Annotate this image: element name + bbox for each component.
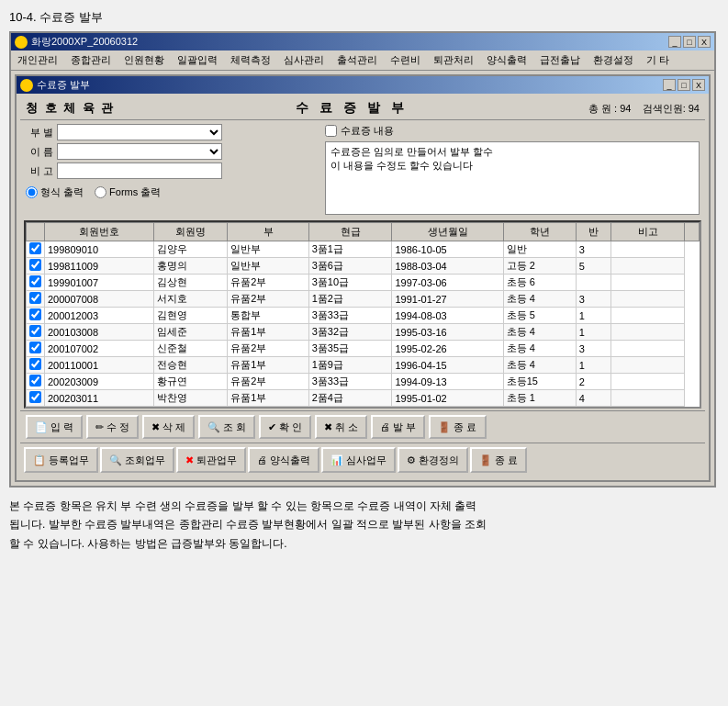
row-checkbox-cell[interactable] (27, 324, 45, 341)
row-checkbox-cell[interactable] (27, 341, 45, 357)
menu-exam[interactable]: 심사관리 (281, 52, 327, 68)
content-checkbox[interactable] (325, 125, 337, 137)
row-checkbox[interactable] (29, 275, 41, 287)
search-value: 94 (689, 103, 700, 114)
data-table: 회원번호 회원명 부 현급 생년월일 학년 반 비고 19980 (26, 222, 700, 409)
row-note (611, 374, 685, 390)
row-checkbox[interactable] (29, 358, 41, 370)
row-checkbox[interactable] (29, 375, 41, 387)
name-select[interactable] (57, 143, 222, 160)
dept-select[interactable] (57, 124, 222, 140)
edit-button[interactable]: ✏ 수 정 (86, 415, 139, 439)
table-header: 회원번호 회원명 부 현급 생년월일 학년 반 비고 (27, 223, 700, 241)
row-birth: 1986-10-05 (392, 241, 503, 258)
note-input[interactable] (57, 162, 222, 179)
row-checkbox[interactable] (29, 408, 41, 409)
radio-forms-label[interactable]: Forms 출력 (95, 185, 161, 199)
row-checkbox[interactable] (29, 292, 41, 304)
row-birth: 1995-02-26 (392, 341, 503, 357)
input-button[interactable]: 📄 입 력 (26, 415, 83, 439)
info-line2: 이 내용을 수정도 할수 있습니다 (330, 159, 694, 173)
menu-personnel[interactable]: 인원현황 (121, 52, 167, 68)
leave-btn[interactable]: ✖ 퇴관업무 (176, 447, 246, 473)
row-note (611, 390, 685, 407)
col-id: 회원번호 (45, 223, 154, 241)
inner-content: 청 호 체 육 관 수 료 증 발 부 총 원 : 94 검색인원: 94 부 … (17, 94, 709, 480)
row-checkbox-cell[interactable] (27, 390, 45, 407)
row-id: 200203009 (45, 374, 154, 390)
row-checkbox[interactable] (29, 259, 41, 271)
menu-fee[interactable]: 수련비 (387, 52, 423, 68)
quit-btn[interactable]: 🚪 종 료 (470, 447, 527, 473)
search-label: 검색인원: (643, 103, 686, 114)
inner-app-icon (20, 79, 33, 92)
row-checkbox[interactable] (29, 325, 41, 337)
row-class: 4 (576, 390, 610, 407)
menu-leave[interactable]: 퇴관처리 (431, 52, 476, 68)
form-title: 수 료 증 발 부 (115, 100, 588, 117)
row-checkbox-cell[interactable] (27, 357, 45, 374)
confirm-button[interactable]: ✔ 확 인 (259, 415, 311, 439)
env-btn[interactable]: ⚙ 환경정의 (398, 447, 468, 473)
col-grade: 현급 (308, 223, 392, 241)
form-print-btn[interactable]: 🖨 양식출력 (248, 447, 319, 473)
row-checkbox-cell[interactable] (27, 275, 45, 291)
output-options: 형식 출력 Forms 출력 (26, 185, 319, 199)
total-value: 94 (620, 103, 631, 114)
table-row: 200103008 임세준 유품1부 3품32급 1995-03-16 초등 4… (27, 324, 700, 341)
confirm-icon: ✔ (268, 421, 276, 433)
exam-btn[interactable]: 📊 심사업무 (321, 447, 396, 473)
menu-cash[interactable]: 급전출납 (537, 52, 583, 68)
radio-format[interactable] (26, 186, 38, 198)
inner-maximize-button[interactable]: □ (678, 79, 690, 91)
table-body: 199809010 김양우 일반부 3품1급 1986-10-05 일반 3 1… (27, 241, 700, 409)
radio-format-label[interactable]: 형식 출력 (26, 185, 84, 199)
menu-fitness[interactable]: 체력측정 (228, 52, 274, 68)
row-grade: 1품2급 (308, 291, 392, 308)
cancel-label: 취 소 (335, 420, 358, 434)
menu-attendance[interactable]: 출석관리 (334, 52, 380, 68)
register-btn[interactable]: 📋 등록업무 (24, 447, 98, 473)
row-level: 초등 4 (503, 357, 576, 374)
issue-button[interactable]: 🖨 발 부 (371, 415, 425, 439)
minimize-button[interactable]: _ (668, 36, 681, 48)
inner-close-button[interactable]: X (692, 79, 705, 91)
row-checkbox[interactable] (29, 342, 41, 353)
row-id: 200203020 (45, 407, 154, 409)
menu-settings[interactable]: 환경설정 (590, 52, 636, 68)
row-name: 정은영 (153, 407, 227, 409)
row-birth: 1994-08-03 (392, 308, 503, 324)
row-checkbox[interactable] (29, 308, 41, 320)
row-checkbox-cell[interactable] (27, 374, 45, 390)
row-note (611, 291, 685, 308)
menu-etc[interactable]: 기 타 (644, 52, 672, 68)
inner-minimize-button[interactable]: _ (663, 79, 676, 91)
close-button[interactable]: X (698, 36, 711, 48)
row-checkbox[interactable] (29, 242, 41, 254)
cancel-button[interactable]: ✖ 취 소 (315, 415, 367, 439)
delete-button[interactable]: ✖ 삭 제 (142, 415, 195, 439)
menu-general[interactable]: 종합관리 (68, 52, 114, 68)
exit-button[interactable]: 🚪 종 료 (429, 415, 486, 439)
row-class (576, 275, 610, 291)
table-row: 199809010 김양우 일반부 3품1급 1986-10-05 일반 3 (27, 241, 700, 258)
radio-forms[interactable] (95, 186, 106, 198)
row-checkbox-cell[interactable] (27, 258, 45, 275)
menu-batch[interactable]: 일괄입력 (174, 52, 220, 68)
row-checkbox-cell[interactable] (27, 407, 45, 409)
leave-icon: ✖ (185, 454, 194, 466)
search-button[interactable]: 🔍 조 회 (198, 415, 255, 439)
menu-personal[interactable]: 개인관리 (15, 52, 61, 68)
row-checkbox-cell[interactable] (27, 308, 45, 324)
bottom-toolbar: 📋 등록업무 🔍 조회업무 ✖ 퇴관업무 🖨 양식출력 📊 심사업무 (20, 443, 705, 476)
radio-format-text: 형식 출력 (40, 185, 84, 199)
row-checkbox[interactable] (29, 391, 41, 403)
row-class: 5 (576, 407, 610, 409)
row-checkbox-cell[interactable] (27, 291, 45, 308)
env-label: 환경정의 (419, 454, 459, 467)
maximize-button[interactable]: □ (683, 36, 696, 48)
row-checkbox-cell[interactable] (27, 241, 45, 258)
menu-print[interactable]: 양식출력 (484, 52, 530, 68)
inquiry-btn[interactable]: 🔍 조회업무 (100, 447, 174, 473)
row-birth: 1994-09-13 (392, 374, 503, 390)
